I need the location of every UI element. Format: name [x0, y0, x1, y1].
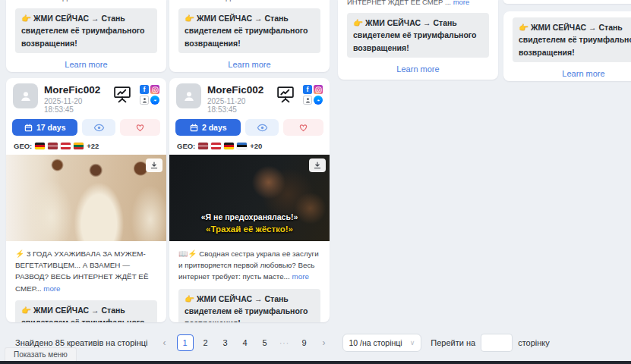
goto-page-input[interactable]	[481, 334, 513, 352]
clipped-ad-text: ИНТЕРНЕТ ЖДЁТ ЕЁ СМЕР ... more	[169, 0, 330, 2]
creative-image[interactable]	[6, 155, 166, 241]
learn-more-link[interactable]: Learn more	[338, 64, 498, 74]
show-menu-button[interactable]: Показать меню	[5, 347, 77, 361]
grid-column-4: 👉 ЖМИ СЕЙЧАС → Стань свидетелем её триум…	[503, 0, 631, 81]
geo-row: GEO: +22	[6, 136, 166, 155]
grid-column-2: ИНТЕРНЕТ ЖДЁТ ЕЁ СМЕР ... more 👉 ЖМИ СЕЙ…	[169, 0, 330, 322]
avatar	[13, 83, 38, 108]
creative-card-cropped: ИНТЕРНЕТ ЖДЁТ ЕЁ СМЕР ... more 👉 ЖМИ СЕЙ…	[6, 0, 166, 72]
learn-more-link[interactable]: Learn more	[503, 69, 631, 78]
author-name: MoreFic002	[44, 84, 106, 96]
heart-icon	[135, 123, 145, 132]
cta-headline: 👉 ЖМИ СЕЙЧАС → Стань свидетелем её триум…	[15, 300, 157, 322]
country-flag	[211, 143, 221, 149]
analytics-board-icon[interactable]	[276, 85, 295, 104]
creative-header: MoreFic002 2025-11-20 18:53:45 f	[6, 78, 166, 114]
next-page-button[interactable]: ›	[317, 335, 332, 350]
creative-image[interactable]: «Я не предохранялась!» «Трахай её жёстко…	[169, 155, 330, 241]
views-button[interactable]	[82, 119, 115, 136]
header-icons: f	[276, 83, 323, 105]
image-caption: «Я не предохранялась!» «Трахай её жёстко…	[169, 212, 330, 236]
more-link[interactable]: more	[285, 0, 301, 2]
geo-more-count: +20	[250, 142, 262, 150]
placement-icons: f	[140, 85, 159, 105]
header-icons: f	[112, 83, 159, 105]
page-button-1[interactable]: 1	[177, 334, 194, 351]
page-button-2[interactable]: 2	[198, 335, 213, 350]
geo-row: GEO: +20	[169, 136, 330, 155]
audience-network-icon	[140, 96, 149, 105]
cta-headline: 👉 ЖМИ СЕЙЧАС → Стань свидетелем её триум…	[15, 8, 157, 53]
author-block: MoreFic002 2025-11-20 18:53:45	[207, 83, 270, 114]
caption-line-2: «Трахай её жёстко!»	[169, 223, 330, 236]
pagination-bar: Знайдено 85 креативів на сторінці ‹ 1 2 …	[15, 334, 631, 352]
instagram-icon	[314, 85, 323, 94]
creative-datetime: 2025-11-20 18:53:45	[44, 97, 106, 114]
creative-card-cropped: ИНТЕРНЕТ ЖДЁТ ЕЁ СМЕР ... more 👉 ЖМИ СЕЙ…	[169, 0, 330, 72]
placement-icons: f	[303, 85, 323, 105]
cta-headline: 👉 ЖМИ СЕЙЧАС → Стань свидетелем её триум…	[513, 17, 631, 62]
download-image-button[interactable]	[309, 158, 326, 172]
facebook-icon: f	[303, 85, 312, 94]
more-link[interactable]: more	[292, 272, 309, 281]
caption-line-1: «Я не предохранялась!»	[169, 212, 330, 223]
goto-label: Перейти на	[431, 338, 475, 347]
per-page-select[interactable]: 10 /на сторінці∨	[342, 334, 422, 352]
more-link[interactable]: more	[43, 284, 60, 293]
page-button-5[interactable]: 5	[257, 335, 273, 350]
goto-page-control: Перейти на сторінку	[431, 334, 549, 352]
prev-page-button[interactable]: ‹	[157, 335, 172, 350]
grid-column-1: ИНТЕРНЕТ ЖДЁТ ЕЁ СМЕР ... more 👉 ЖМИ СЕЙ…	[6, 0, 166, 322]
ad-text: 📖⚡ Сводная сестра украла её заслуги и пр…	[169, 241, 330, 283]
favorite-button[interactable]	[120, 119, 160, 136]
messenger-icon	[150, 96, 159, 105]
country-flag	[35, 143, 45, 149]
eye-icon	[93, 124, 105, 132]
country-flag	[48, 143, 58, 149]
days-running-button[interactable]: 17 days	[12, 119, 77, 136]
creative-card: MoreFic002 2025-11-20 18:53:45 f 17 days	[6, 78, 166, 322]
page-button-4[interactable]: 4	[238, 335, 253, 350]
person-icon	[19, 89, 33, 103]
heart-icon	[298, 123, 308, 132]
chevron-down-icon: ∨	[410, 339, 415, 347]
calendar-icon	[24, 124, 33, 132]
cta-headline: 👉 ЖМИ СЕЙЧАС → Стань свидетелем её триум…	[178, 289, 320, 322]
country-flag	[198, 143, 208, 149]
audience-network-icon	[303, 96, 312, 105]
creative-header: MoreFic002 2025-11-20 18:53:45 f	[169, 78, 330, 114]
instagram-icon	[150, 85, 159, 94]
cta-headline: 👉 ЖМИ СЕЙЧАС → Стань свидетелем её триум…	[178, 8, 320, 53]
creative-card-cropped: 👉 ЖМИ СЕЙЧАС → Стань свидетелем её триум…	[503, 11, 631, 81]
clipped-ad-text: ИНТЕРНЕТ ЖДЁТ ЕЁ СМЕР ... more	[6, 0, 166, 2]
more-link[interactable]: more	[453, 0, 470, 6]
country-flag	[74, 143, 84, 149]
creative-actions: 17 days	[6, 114, 166, 136]
facebook-icon: f	[140, 85, 149, 94]
download-image-button[interactable]	[146, 158, 162, 172]
country-flag	[224, 143, 234, 149]
goto-suffix: сторінку	[518, 338, 550, 347]
geo-more-count: +22	[87, 142, 99, 150]
download-icon	[150, 161, 158, 170]
views-button[interactable]	[245, 119, 278, 136]
creative-actions: 2 days	[169, 114, 330, 136]
cta-headline: 👉 ЖМИ СЕЙЧАС → Стань свидетелем её триум…	[347, 13, 489, 58]
creative-card: MoreFic002 2025-11-20 18:53:45 f 2 days	[169, 78, 330, 322]
grid-column-3: ИНТЕРНЕТ ЖДЁТ ЕЁ СМЕР ... more 👉 ЖМИ СЕЙ…	[338, 0, 498, 80]
learn-more-link[interactable]: Learn more	[169, 60, 330, 69]
clipped-ad-text: ИНТЕРНЕТ ЖДЁТ ЕЁ СМЕР ... more	[338, 0, 498, 7]
page-button-3[interactable]: 3	[218, 335, 233, 350]
page-ellipsis: ···	[277, 335, 292, 350]
page-button-9[interactable]: 9	[297, 335, 312, 350]
days-running-button[interactable]: 2 days	[175, 119, 241, 136]
more-link[interactable]: more	[121, 0, 138, 2]
avatar	[176, 83, 201, 108]
analytics-board-icon[interactable]	[112, 85, 132, 104]
learn-more-link[interactable]: Learn more	[6, 60, 166, 69]
messenger-icon	[314, 96, 323, 105]
author-block: MoreFic002 2025-11-20 18:53:45	[44, 83, 106, 114]
country-flag	[237, 143, 247, 149]
favorite-button[interactable]	[283, 119, 323, 136]
author-name: MoreFic002	[207, 84, 270, 96]
